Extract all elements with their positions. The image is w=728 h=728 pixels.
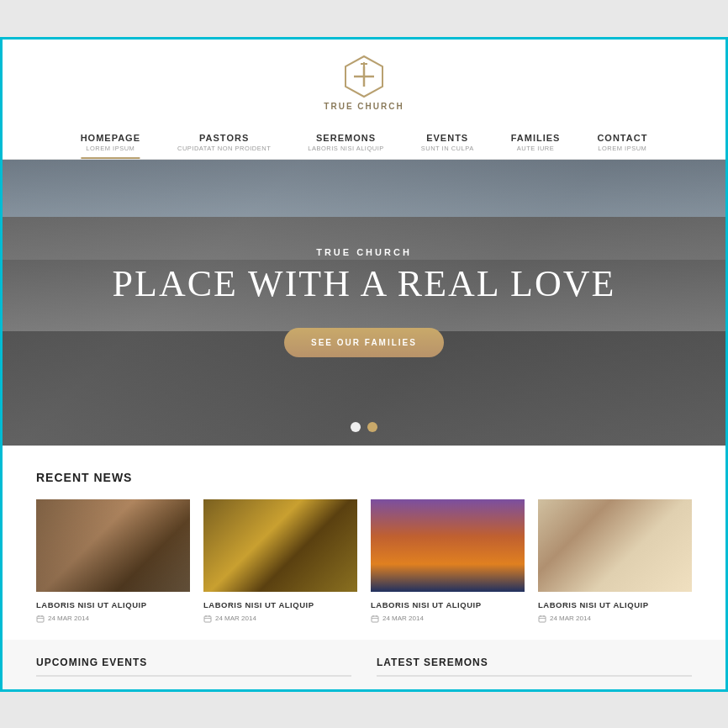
upcoming-events-col: UPCOMING EVENTS: [36, 657, 351, 677]
news-card-date: 24 MAR 2014: [538, 615, 692, 623]
latest-seremons-col: LATEST SEREMONS: [377, 657, 692, 677]
page-wrapper: TRUE CHURCH HOMEPAGE LOREM IPSUMPASTORS …: [0, 37, 728, 692]
nav-item-seremons[interactable]: SEREMONS LABORIS NISI ALIQUIP: [289, 126, 402, 159]
upcoming-events-title: UPCOMING EVENTS: [36, 657, 351, 677]
site-header: TRUE CHURCH HOMEPAGE LOREM IPSUMPASTORS …: [3, 40, 725, 160]
news-card-title: LABORIS NISI UT ALIQUIP: [203, 600, 357, 609]
hero-section: TRUE CHURCH PLACE WITH A REAL LOVE SEE O…: [3, 160, 725, 446]
logo-container: TRUE CHURCH: [3, 55, 725, 111]
nav-item-homepage[interactable]: HOMEPAGE LOREM IPSUM: [62, 126, 159, 159]
nav-label: FAMILIES: [511, 133, 561, 143]
nav-sub: AUTE IURE: [511, 145, 561, 152]
news-card[interactable]: LABORIS NISI UT ALIQUIP 24 MAR 2014: [538, 499, 692, 623]
nav-item-contact[interactable]: CONTACT LOREM IPSUM: [578, 126, 666, 159]
news-card[interactable]: LABORIS NISI UT ALIQUIP 24 MAR 2014: [36, 499, 190, 623]
news-card-title: LABORIS NISI UT ALIQUIP: [538, 600, 692, 609]
nav-label: SEREMONS: [308, 133, 383, 143]
news-card[interactable]: LABORIS NISI UT ALIQUIP 24 MAR 2014: [371, 499, 525, 623]
logo-title: TRUE CHURCH: [324, 102, 404, 111]
nav-sub: LABORIS NISI ALIQUIP: [308, 145, 383, 152]
nav-sub: LOREM IPSUM: [597, 145, 647, 152]
logo-hex: [342, 55, 386, 98]
hero-subtitle: TRUE CHURCH: [113, 247, 616, 257]
news-grid: LABORIS NISI UT ALIQUIP 24 MAR 2014 LABO…: [36, 499, 692, 623]
news-card-date: 24 MAR 2014: [36, 615, 190, 623]
nav-label: CONTACT: [597, 133, 647, 143]
news-card-title: LABORIS NISI UT ALIQUIP: [36, 600, 190, 609]
nav-sub: SUNT IN CULPA: [421, 145, 474, 152]
nav-label: EVENTS: [421, 133, 474, 143]
calendar-icon: [538, 615, 546, 623]
main-nav: HOMEPAGE LOREM IPSUMPASTORS CUPIDATAT NO…: [3, 119, 725, 159]
svg-rect-5: [37, 616, 44, 622]
calendar-icon: [36, 615, 45, 623]
nav-label: PASTORS: [177, 133, 271, 143]
news-card-image: [36, 499, 190, 592]
nav-item-families[interactable]: FAMILIES AUTE IURE: [493, 126, 579, 159]
svg-rect-13: [372, 616, 378, 622]
svg-rect-9: [204, 616, 211, 622]
see-families-button[interactable]: SEE OUR FAMILIES: [284, 328, 444, 357]
svg-rect-17: [539, 616, 546, 622]
hero-dots: [351, 422, 377, 432]
hero-dot-1[interactable]: [351, 422, 361, 432]
recent-news-section: RECENT NEWS LABORIS NISI UT ALIQUIP 24 M…: [3, 446, 725, 640]
nav-sub: LOREM IPSUM: [81, 145, 140, 152]
news-card-image: [538, 499, 692, 592]
news-card-date: 24 MAR 2014: [203, 615, 357, 623]
news-card-title: LABORIS NISI UT ALIQUIP: [371, 600, 525, 609]
news-card-date: 24 MAR 2014: [371, 615, 525, 623]
recent-news-title: RECENT NEWS: [36, 471, 692, 484]
news-card-image: [203, 499, 357, 592]
bottom-section: UPCOMING EVENTS LATEST SEREMONS: [3, 640, 725, 689]
hero-title: PLACE WITH A REAL LOVE: [113, 264, 616, 304]
latest-seremons-title: LATEST SEREMONS: [377, 657, 692, 677]
news-card[interactable]: LABORIS NISI UT ALIQUIP 24 MAR 2014: [203, 499, 357, 623]
nav-label: HOMEPAGE: [81, 133, 140, 143]
nav-item-events[interactable]: EVENTS SUNT IN CULPA: [403, 126, 493, 159]
hero-dot-2[interactable]: [367, 422, 377, 432]
nav-item-pastors[interactable]: PASTORS CUPIDATAT NON PROIDENT: [159, 126, 289, 159]
calendar-icon: [371, 615, 379, 623]
news-card-image: [371, 499, 525, 592]
hero-content: TRUE CHURCH PLACE WITH A REAL LOVE SEE O…: [113, 247, 616, 357]
nav-sub: CUPIDATAT NON PROIDENT: [177, 145, 271, 152]
calendar-icon: [203, 615, 212, 623]
